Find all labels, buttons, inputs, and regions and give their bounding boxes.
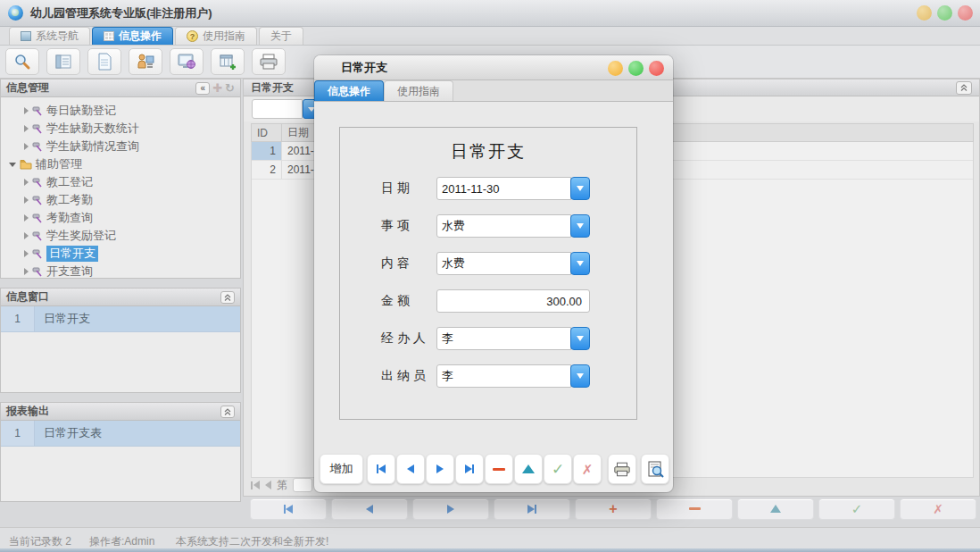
prev-record-button[interactable] [396,454,425,484]
tree-item-expense-query[interactable]: 开支查询 [1,263,240,280]
next-record-button[interactable] [426,454,454,484]
confirm-button[interactable]: ✓ [544,454,572,484]
cancel-button[interactable]: ✗ [573,454,602,484]
edit-record-button[interactable] [737,498,814,520]
dialog-titlebar[interactable]: 日常开支 [314,55,673,80]
table-add-button[interactable] [211,48,245,75]
dialog-tab-user-guide[interactable]: 使用指南 [384,80,453,101]
monitor-globe-button[interactable] [170,48,203,75]
tree-item-attendance-query[interactable]: 考勤查询 [1,209,240,227]
person-chart-button[interactable] [129,48,162,75]
collapse-up-icon[interactable] [220,406,235,418]
first-record-button[interactable] [250,498,327,520]
tree-item-student-absence-days-stats[interactable]: 学生缺勤天数统计 [1,120,240,138]
list-view-button[interactable] [46,48,80,75]
printer-button[interactable] [252,48,286,75]
filter-combo[interactable] [252,99,320,119]
system-nav-icon [21,31,31,41]
expand-arrow-icon[interactable] [24,179,29,186]
info-window-row-daily-expense[interactable]: 1 日常开支 [1,306,240,332]
edit-record-button[interactable] [514,454,543,484]
collapse-arrow-icon[interactable] [9,163,16,167]
amount-value[interactable]: 300.00 [436,289,590,313]
next-record-button[interactable] [412,498,489,520]
main-tabbar: 系统导航 信息操作 ? 使用指南 关于 [0,27,980,46]
expand-arrow-icon[interactable] [24,214,29,222]
search-button[interactable] [5,48,39,75]
column-header-id[interactable]: ID [252,124,282,141]
tab-about[interactable]: 关于 [259,27,303,45]
close-button[interactable] [958,5,973,21]
minimize-button[interactable] [917,5,932,21]
collapse-up-icon[interactable] [956,81,972,95]
collapse-up-icon[interactable] [220,291,235,304]
search-icon [13,53,31,71]
expand-arrow-icon[interactable] [24,143,29,150]
cashier-label: 出 纳 员 [381,368,426,384]
dialog-close-button[interactable] [649,61,664,76]
expand-arrow-icon[interactable] [24,125,29,132]
tree-item-daily-absence-register[interactable]: 每日缺勤登记 [1,102,240,120]
add-icon[interactable]: ✚ [212,82,222,94]
date-combo[interactable]: 2011-11-30 [436,177,590,200]
confirm-button[interactable]: ✓ [818,498,895,520]
column-header-date[interactable]: 日期 [282,124,314,141]
delete-record-button[interactable] [656,498,733,520]
report-output-row-daily-expense-table[interactable]: 1 日常开支表 [1,421,240,447]
item-combo[interactable]: 水费 [436,214,590,238]
tree-item-aux-management[interactable]: 辅助管理 [1,155,240,173]
expand-arrow-icon[interactable] [24,107,29,114]
chevron-down-icon[interactable] [570,214,590,238]
tree-item-student-absence-query[interactable]: 学生缺勤情况查询 [1,138,240,155]
expand-arrow-icon[interactable] [24,250,29,257]
dialog-tab-info-operations[interactable]: 信息操作 [314,80,384,101]
document-button[interactable] [87,48,121,75]
first-record-button[interactable] [367,454,395,484]
app-title: 幼儿园管理系统专业版(非注册用户) [30,5,212,21]
content-combo[interactable]: 水费 [436,252,590,275]
maximize-button[interactable] [937,5,952,21]
chevron-down-icon[interactable] [570,252,590,275]
print-button[interactable] [608,454,636,484]
first-page-icon[interactable] [251,481,260,489]
tree-item-staff-attendance[interactable]: 教工考勤 [1,191,240,209]
tab-info-operations[interactable]: 信息操作 [92,27,173,45]
panel-title: 信息管理 [6,80,195,96]
tab-user-guide[interactable]: ? 使用指南 [175,27,257,45]
chevron-down-icon[interactable] [570,364,590,388]
tree-item-student-award-register[interactable]: 学生奖励登记 [1,227,240,245]
tree-item-daily-expense[interactable]: 日常开支 [1,245,240,263]
cashier-value[interactable]: 李 [436,364,571,388]
handler-value[interactable]: 李 [436,327,571,350]
page-number-input[interactable] [293,478,312,492]
add-button[interactable]: 增加 [320,454,363,484]
tab-system-nav[interactable]: 系统导航 [9,27,90,45]
tree-item-staff-register[interactable]: 教工登记 [1,173,240,191]
date-value[interactable]: 2011-11-30 [436,177,571,200]
print-preview-button[interactable] [641,454,669,484]
expand-arrow-icon[interactable] [24,268,29,275]
cashier-combo[interactable]: 李 [436,364,590,388]
item-value[interactable]: 水费 [436,214,571,238]
cancel-button[interactable]: ✗ [900,498,976,520]
chevron-down-icon[interactable] [570,327,590,350]
content-value[interactable]: 水费 [436,252,571,275]
last-record-button[interactable] [455,454,484,484]
last-record-button[interactable] [494,498,570,520]
prev-page-icon[interactable] [265,481,271,489]
prev-record-button[interactable] [331,498,408,520]
tool-icon [32,230,43,241]
expand-arrow-icon[interactable] [24,197,29,204]
tool-icon [32,195,43,205]
expand-arrow-icon[interactable] [24,232,29,239]
amount-input[interactable]: 300.00 [436,289,590,313]
chevron-down-icon[interactable] [570,177,590,200]
add-record-button[interactable]: + [575,498,652,520]
filter-combo-value[interactable] [252,99,303,119]
delete-record-button[interactable] [485,454,513,484]
collapse-left-icon[interactable]: « [195,82,210,95]
dialog-minimize-button[interactable] [608,61,623,76]
refresh-icon[interactable]: ↻ [225,82,235,94]
dialog-maximize-button[interactable] [628,61,644,76]
handler-combo[interactable]: 李 [436,327,590,350]
